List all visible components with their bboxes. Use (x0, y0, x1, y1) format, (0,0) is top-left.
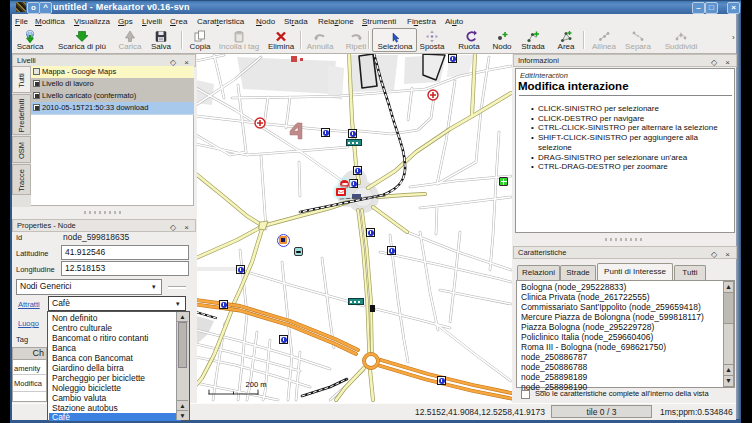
svg-text:200 m: 200 m (246, 380, 267, 389)
